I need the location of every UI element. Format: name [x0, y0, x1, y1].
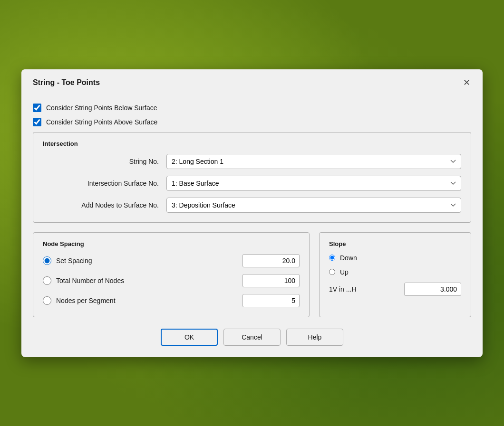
- button-row: OK Cancel Help: [33, 329, 471, 346]
- main-dialog: String - Toe Points ✕ Consider String Po…: [21, 69, 483, 357]
- slope-up-label: Up: [340, 268, 461, 276]
- title-bar: String - Toe Points ✕: [21, 69, 483, 96]
- slope-ratio-row: 1V in ...H: [329, 283, 461, 296]
- nodes-per-segment-row: Nodes per Segment: [43, 294, 300, 307]
- surface-no-row: Intersection Surface No. 1: Base Surface…: [43, 176, 461, 191]
- add-nodes-row: Add Nodes to Surface No. 3: Deposition S…: [43, 198, 461, 213]
- intersection-group: Intersection String No. 2: Long Section …: [33, 132, 471, 223]
- slope-down-row: Down: [329, 254, 461, 262]
- slope-up-radio[interactable]: [329, 269, 335, 275]
- nodes-per-segment-input[interactable]: [242, 294, 300, 307]
- set-spacing-label: Set Spacing: [56, 257, 238, 265]
- slope-up-row: Up: [329, 268, 461, 276]
- string-no-select[interactable]: 2: Long Section 1 1: Long Section 0 3: L…: [166, 154, 461, 169]
- slope-ratio-input[interactable]: [404, 283, 461, 296]
- above-surface-checkbox[interactable]: [33, 118, 41, 126]
- node-spacing-title: Node Spacing: [43, 240, 300, 247]
- slope-down-label: Down: [340, 254, 461, 262]
- node-spacing-group: Node Spacing Set Spacing Total Number of…: [33, 232, 310, 317]
- below-surface-row: Consider String Points Below Surface: [33, 104, 471, 112]
- above-surface-label: Consider String Points Above Surface: [46, 118, 157, 126]
- slope-title: Slope: [329, 240, 461, 247]
- add-nodes-select[interactable]: 3: Deposition Surface 1: Base Surface 2:…: [166, 198, 461, 213]
- string-no-row: String No. 2: Long Section 1 1: Long Sec…: [43, 154, 461, 169]
- slope-down-radio[interactable]: [329, 255, 335, 261]
- dialog-body: Consider String Points Below Surface Con…: [21, 96, 483, 357]
- bottom-section: Node Spacing Set Spacing Total Number of…: [33, 232, 471, 317]
- below-surface-checkbox[interactable]: [33, 104, 41, 112]
- surface-no-select[interactable]: 1: Base Surface 2: Top Surface 3: Deposi…: [166, 176, 461, 191]
- total-nodes-radio[interactable]: [43, 276, 51, 285]
- set-spacing-input[interactable]: [242, 254, 300, 267]
- help-button[interactable]: Help: [286, 329, 343, 346]
- slope-ratio-label: 1V in ...H: [329, 285, 399, 293]
- total-nodes-input[interactable]: [242, 274, 300, 287]
- intersection-title: Intersection: [43, 140, 461, 147]
- ok-button[interactable]: OK: [161, 329, 218, 346]
- total-nodes-row: Total Number of Nodes: [43, 274, 300, 287]
- nodes-per-segment-label: Nodes per Segment: [56, 297, 238, 304]
- set-spacing-row: Set Spacing: [43, 254, 300, 267]
- dialog-title: String - Toe Points: [33, 78, 100, 87]
- add-nodes-label: Add Nodes to Surface No.: [43, 201, 166, 209]
- total-nodes-label: Total Number of Nodes: [56, 277, 238, 284]
- above-surface-row: Consider String Points Above Surface: [33, 118, 471, 126]
- set-spacing-radio[interactable]: [43, 256, 51, 265]
- surface-no-label: Intersection Surface No.: [43, 180, 166, 187]
- cancel-button[interactable]: Cancel: [223, 329, 281, 346]
- nodes-per-segment-radio[interactable]: [43, 296, 51, 305]
- below-surface-label: Consider String Points Below Surface: [46, 104, 157, 112]
- string-no-label: String No.: [43, 158, 166, 165]
- close-button[interactable]: ✕: [460, 76, 473, 89]
- slope-group: Slope Down Up 1V in ...H: [319, 232, 471, 317]
